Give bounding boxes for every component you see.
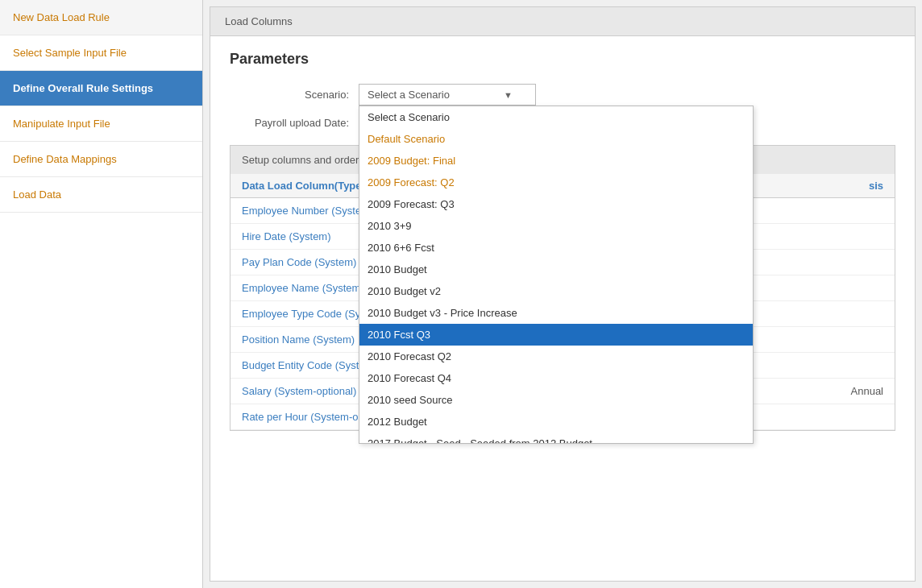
dropdown-item-item-8[interactable]: 2010 Budget v2 — [359, 280, 753, 302]
dropdown-item-item-13[interactable]: 2010 seed Source — [359, 389, 753, 411]
dropdown-item-item-9[interactable]: 2010 Budget v3 - Price Increase — [359, 302, 753, 324]
page-title: Parameters — [230, 51, 895, 68]
sidebar-item-define-overall-rule[interactable]: Define Overall Rule Settings — [0, 71, 202, 106]
dropdown-item-item-2[interactable]: 2009 Budget: Final — [359, 150, 753, 172]
sidebar-item-define-data-mappings[interactable]: Define Data Mappings — [0, 142, 202, 177]
payroll-label: Payroll upload Date: — [230, 117, 359, 129]
dropdown-item-item-10[interactable]: 2010 Fcst Q3 — [359, 324, 753, 346]
sidebar: New Data Load RuleSelect Sample Input Fi… — [0, 0, 203, 588]
dropdown-item-item-11[interactable]: 2010 Forecast Q2 — [359, 346, 753, 367]
dropdown-arrow-icon: ▼ — [504, 90, 513, 100]
main-content: Load Columns Parameters Scenario: Select… — [210, 6, 916, 582]
scenario-row: Scenario: Select a Scenario ▼ Select a S… — [230, 84, 895, 106]
scenario-label: Scenario: — [230, 89, 359, 101]
scenario-wrapper: Select a Scenario ▼ Select a ScenarioDef… — [359, 84, 536, 106]
sidebar-item-select-sample-input[interactable]: Select Sample Input File — [0, 35, 202, 71]
scenario-dropdown-list[interactable]: Select a ScenarioDefault Scenario2009 Bu… — [359, 106, 754, 444]
dropdown-item-item-15[interactable]: 2017 Budget - Seed - Seeded from 2012 Bu… — [359, 433, 753, 444]
scenario-selected-text: Select a Scenario — [368, 89, 450, 101]
sidebar-item-new-data-load-rule[interactable]: New Data Load Rule — [0, 0, 202, 35]
dropdown-item-item-6[interactable]: 2010 6+6 Fcst — [359, 237, 753, 259]
sidebar-item-manipulate-input[interactable]: Manipulate Input File — [0, 106, 202, 142]
scenario-dropdown-trigger[interactable]: Select a Scenario ▼ — [359, 84, 536, 106]
dropdown-item-item-7[interactable]: 2010 Budget — [359, 259, 753, 280]
cell-col3-row-8: Annual — [819, 385, 883, 397]
dropdown-item-item-3[interactable]: 2009 Forecast: Q2 — [359, 172, 753, 193]
dropdown-item-item-1[interactable]: Default Scenario — [359, 128, 753, 150]
dropdown-item-item-0[interactable]: Select a Scenario — [359, 106, 753, 128]
content-area: Parameters Scenario: Select a Scenario ▼… — [210, 36, 915, 581]
dropdown-item-item-4[interactable]: 2009 Forecast: Q3 — [359, 193, 753, 215]
col-header-3: sis — [819, 180, 883, 192]
breadcrumb: Load Columns — [210, 7, 915, 36]
dropdown-item-item-12[interactable]: 2010 Forecast Q4 — [359, 367, 753, 389]
dropdown-item-item-5[interactable]: 2010 3+9 — [359, 215, 753, 237]
dropdown-item-item-14[interactable]: 2012 Budget — [359, 411, 753, 433]
sidebar-item-load-data[interactable]: Load Data — [0, 177, 202, 213]
breadcrumb-text: Load Columns — [225, 15, 293, 27]
